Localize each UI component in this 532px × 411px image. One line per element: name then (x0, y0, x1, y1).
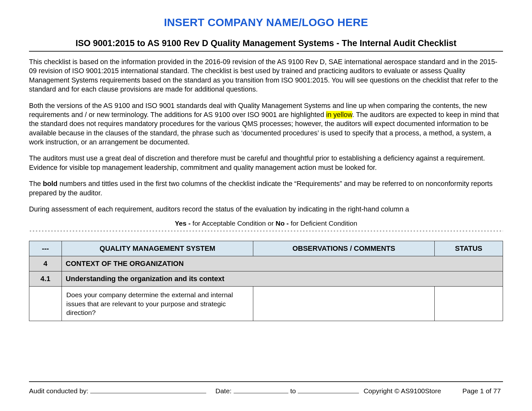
intro-paragraph-2: Both the versions of the AS 9100 and ISO… (29, 101, 503, 147)
legend-yes-text: for Acceptable Condition or (190, 220, 276, 227)
page-number: Page 1 of 77 (462, 387, 501, 395)
title-divider (29, 51, 503, 52)
legend-yes: Yes - (175, 220, 190, 227)
header-col-qms: QUALITY MANAGEMENT SYSTEM (62, 241, 253, 256)
section-title: CONTEXT OF THE ORGANIZATION (62, 256, 503, 271)
document-title: ISO 9001:2015 to AS 9100 Rev D Quality M… (29, 38, 503, 48)
intro-paragraph-5: During assessment of each requirement, a… (29, 205, 503, 214)
question-number-cell (29, 287, 62, 321)
legend-no-text: for Deficient Condition (289, 220, 357, 227)
intro-p4-part-b: numbers and tittles used in the first tw… (29, 180, 493, 197)
section-number: 4 (29, 256, 62, 271)
section-title: Understanding the organization and its c… (62, 271, 503, 287)
yellow-highlight: in yellow (326, 111, 352, 119)
copyright-text: Copyright © AS9100Store (363, 387, 441, 395)
table-row: 4 CONTEXT OF THE ORGANIZATION (29, 256, 503, 271)
page-footer: Audit conducted by: Date: to Copyright ©… (29, 381, 503, 395)
header-col-observations: OBSERVATIONS / COMMENTS (253, 241, 435, 256)
dashed-divider: ----------------------------------------… (29, 228, 503, 234)
audit-by-blank[interactable] (90, 393, 206, 393)
document-page: INSERT COMPANY NAME/LOGO HERE ISO 9001:2… (0, 0, 532, 411)
header-col-status: STATUS (434, 241, 503, 256)
intro-paragraph-4: The bold numbers and tittles used in the… (29, 179, 503, 198)
checklist-table: --- QUALITY MANAGEMENT SYSTEM OBSERVATIO… (29, 241, 503, 321)
intro-section: This checklist is based on the informati… (29, 57, 503, 214)
intro-paragraph-1: This checklist is based on the informati… (29, 57, 503, 94)
table-row: 4.1 Understanding the organization and i… (29, 271, 503, 287)
date-from-blank[interactable] (234, 393, 288, 393)
footer-divider (29, 381, 503, 382)
date-to-blank[interactable] (298, 393, 359, 393)
table-header-row: --- QUALITY MANAGEMENT SYSTEM OBSERVATIO… (29, 241, 503, 256)
intro-paragraph-3: The auditors must use a great deal of di… (29, 154, 503, 172)
date-label: Date: (215, 387, 231, 395)
footer-row: Audit conducted by: Date: to Copyright ©… (29, 387, 503, 395)
status-cell[interactable] (434, 287, 503, 321)
bold-word: bold (43, 180, 57, 188)
intro-p4-part-a: The (29, 180, 43, 188)
company-name-placeholder: INSERT COMPANY NAME/LOGO HERE (29, 16, 503, 29)
legend-no: No - (276, 220, 289, 227)
question-text-cell: Does your company determine the external… (62, 287, 253, 321)
audit-by-label: Audit conducted by: (29, 387, 88, 395)
table-row: Does your company determine the external… (29, 287, 503, 321)
header-col-number: --- (29, 241, 62, 256)
to-label: to (290, 387, 296, 395)
observation-cell[interactable] (253, 287, 435, 321)
status-legend: Yes - for Acceptable Condition or No - f… (29, 220, 503, 227)
section-number: 4.1 (29, 271, 62, 287)
